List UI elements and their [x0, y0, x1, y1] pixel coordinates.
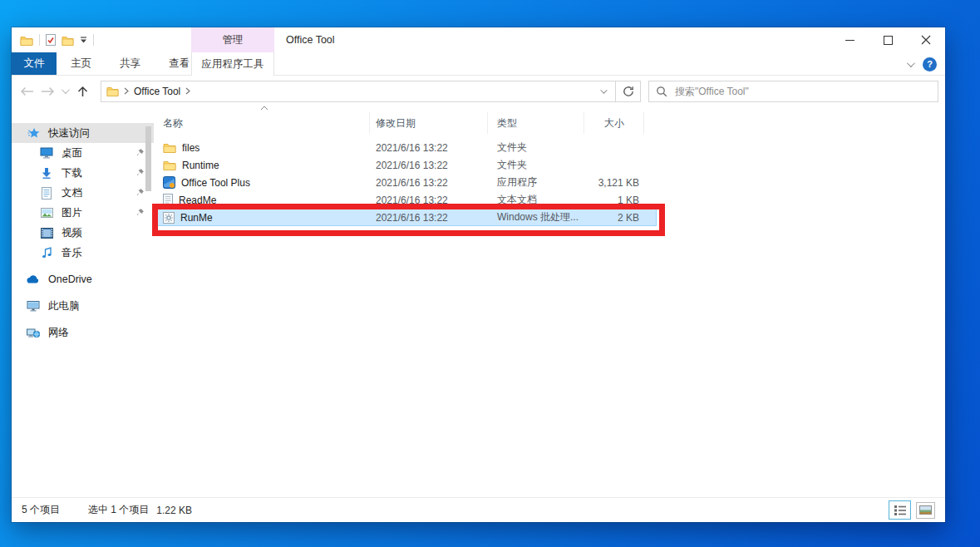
tab-share[interactable]: 共享 [106, 52, 155, 75]
main-area: 快速访问 桌面 下载 [12, 106, 945, 497]
breadcrumb-chevron-icon[interactable] [185, 87, 190, 95]
application-icon [163, 176, 175, 189]
onedrive-cloud-icon [26, 274, 41, 284]
search-icon [656, 86, 667, 97]
sidebar-item-quick-access[interactable]: 快速访问 [12, 123, 154, 143]
toolbar-separator [93, 34, 94, 46]
new-folder-icon[interactable] [62, 35, 74, 46]
network-globe-icon [26, 328, 41, 338]
breadcrumb-chevron-icon[interactable] [124, 87, 129, 95]
pin-icon [135, 148, 145, 157]
sidebar-item-label: 此电脑 [48, 299, 80, 313]
forward-icon[interactable] [41, 86, 55, 96]
pictures-icon [39, 208, 54, 218]
videos-icon [39, 228, 54, 239]
toolbar-separator [39, 34, 40, 46]
sidebar-item-label: 文档 [62, 186, 82, 200]
thumbnails-view-button[interactable] [916, 502, 935, 519]
search-box[interactable] [648, 81, 938, 102]
window-controls [830, 27, 945, 52]
sidebar-item-documents[interactable]: 文档 [12, 183, 154, 203]
close-button[interactable] [907, 27, 945, 52]
file-list: 名称 修改日期 类型 大小 [154, 106, 945, 497]
this-pc-monitor-icon [26, 300, 41, 312]
maximize-button[interactable] [869, 27, 907, 52]
sidebar-item-downloads[interactable]: 下载 [12, 163, 154, 183]
sidebar-item-label: OneDrive [48, 274, 92, 285]
back-icon[interactable] [20, 86, 34, 96]
sort-ascending-icon [260, 106, 268, 111]
help-icon[interactable]: ? [923, 57, 937, 71]
sidebar-item-label: 桌面 [62, 146, 82, 160]
tab-file[interactable]: 文件 [12, 52, 57, 75]
explorer-window: 管理 Office Tool 文件 主页 共享 查看 应用程序工具 ? [12, 27, 945, 522]
item-count: 5 个项目 [22, 503, 60, 517]
customize-toolbar-arrow-icon[interactable] [80, 37, 87, 43]
search-input[interactable] [675, 86, 931, 97]
ribbon-tabs: 文件 主页 共享 查看 应用程序工具 ? [12, 52, 945, 76]
column-header-date-modified[interactable]: 修改日期 [370, 112, 488, 134]
minimize-button[interactable] [830, 27, 869, 52]
title-bar: 管理 Office Tool [12, 27, 945, 52]
address-folder-icon [106, 86, 119, 96]
up-icon[interactable] [77, 86, 88, 97]
file-row-files[interactable]: files 2021/6/16 13:22 文件夹 [154, 139, 657, 156]
text-document-icon [163, 194, 173, 206]
file-row-runme-selected[interactable]: RunMe 2021/6/16 13:22 Windows 批处理... 2 K… [154, 209, 657, 226]
sidebar-item-onedrive[interactable]: OneDrive [12, 269, 154, 289]
expand-ribbon-chevron-icon[interactable] [907, 59, 915, 67]
address-bar-row: Office Tool [12, 76, 945, 106]
download-arrow-icon [39, 167, 54, 179]
navigation-pane: 快速访问 桌面 下载 [12, 106, 154, 497]
selection-count: 选中 1 个项目 [88, 503, 149, 517]
folder-icon [163, 142, 176, 153]
music-note-icon [39, 247, 54, 259]
explorer-folder-icon[interactable] [20, 35, 33, 46]
document-icon [39, 187, 54, 200]
sidebar-item-desktop[interactable]: 桌面 [12, 143, 154, 163]
file-row-readme[interactable]: ReadMe 2021/6/16 13:22 文本文档 1 KB [154, 191, 657, 209]
desktop-icon [39, 147, 54, 159]
file-row-runtime[interactable]: Runtime 2021/6/16 13:22 文件夹 [154, 156, 657, 174]
sidebar-scrollbar[interactable] [145, 126, 151, 191]
sidebar-item-label: 视频 [62, 226, 82, 240]
properties-check-icon[interactable] [46, 34, 56, 46]
tab-application-tools[interactable]: 应用程序工具 [191, 52, 274, 76]
address-dropdown-chevron-icon[interactable] [600, 86, 607, 93]
refresh-button[interactable] [616, 81, 641, 102]
window-title: Office Tool [286, 27, 335, 52]
sidebar-item-this-pc[interactable]: 此电脑 [12, 296, 154, 316]
sidebar-item-pictures[interactable]: 图片 [12, 203, 154, 223]
batch-file-gear-icon [163, 212, 175, 224]
sidebar-item-videos[interactable]: 视频 [12, 223, 154, 243]
quick-access-toolbar [12, 34, 94, 46]
folder-icon [163, 160, 176, 170]
column-header-type[interactable]: 类型 [488, 112, 584, 134]
sidebar-item-label: 快速访问 [48, 126, 90, 140]
quick-access-star-icon [26, 127, 41, 140]
tab-home[interactable]: 主页 [57, 52, 106, 75]
selection-size: 1.22 KB [156, 505, 192, 516]
sidebar-item-label: 网络 [48, 326, 69, 340]
contextual-group-manage[interactable]: 管理 [191, 27, 274, 52]
column-header-size[interactable]: 大小 [584, 112, 644, 134]
sidebar-item-network[interactable]: 网络 [12, 323, 154, 342]
recent-locations-chevron-icon[interactable] [62, 86, 70, 94]
sidebar-item-music[interactable]: 音乐 [12, 243, 154, 263]
details-view-button[interactable] [889, 500, 911, 520]
pin-icon [135, 188, 145, 197]
breadcrumb-segment[interactable]: Office Tool [134, 86, 180, 97]
file-row-office-tool-plus[interactable]: Office Tool Plus 2021/6/16 13:22 应用程序 3,… [154, 174, 657, 191]
status-bar: 5 个项目 选中 1 个项目 1.22 KB [12, 497, 945, 522]
pin-icon [135, 168, 145, 177]
pin-icon [135, 208, 145, 217]
sidebar-item-label: 音乐 [62, 246, 82, 260]
column-header-name[interactable]: 名称 [154, 112, 370, 134]
column-headers: 名称 修改日期 类型 大小 [154, 106, 945, 134]
navigation-buttons [18, 86, 101, 97]
sidebar-item-label: 图片 [62, 206, 82, 220]
sidebar-item-label: 下载 [62, 166, 82, 180]
address-bar[interactable]: Office Tool [101, 81, 616, 102]
